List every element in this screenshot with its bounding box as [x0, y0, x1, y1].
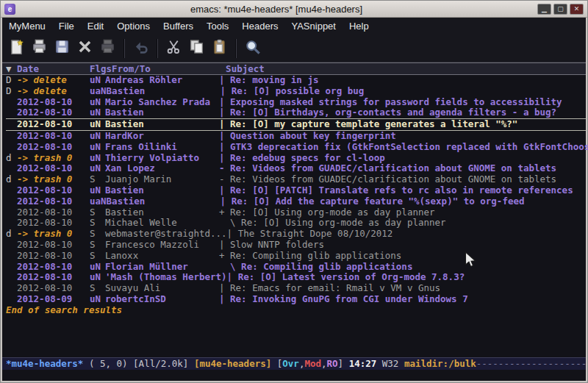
message-row[interactable]: 2012-08-10SLanoxx+ Re: Compiling glib ap… [6, 251, 586, 262]
modeline-mod: Mod [304, 358, 321, 369]
row-mark: d [6, 174, 17, 185]
emacs-window: e emacs: *mu4e-headers* [mu4e-headers] ▁… [0, 0, 588, 383]
message-row[interactable]: 2012-08-10uNBastien| Re: [O] [PATCH] Tra… [6, 185, 586, 196]
row-date: 2012-08-10 [17, 97, 90, 108]
message-row[interactable]: 2012-08-10SSuvayu Ali| Re: Emacs for ema… [6, 283, 586, 294]
message-row[interactable]: 2012-08-10SMichael Welle \ Re: [O] Using… [6, 218, 586, 229]
headers-list: D-> deleteuNAndreas Röhler| Re: moving i… [2, 75, 586, 305]
message-row[interactable]: D-> deleteuNAndreas Röhler| Re: moving i… [6, 75, 586, 86]
message-row[interactable]: 2012-08-10uN'Mash (Thomas Herbert)| Re: … [6, 272, 586, 283]
maximize-button[interactable]: ▢ [553, 4, 567, 15]
row-subject: Re: [O] Using org-mode as day planner [230, 207, 434, 218]
buffer-empty-space [2, 316, 586, 357]
minimize-button[interactable]: ▁ [537, 4, 551, 15]
row-date: 2012-08-10 [17, 142, 90, 153]
row-from: webmaster@straightd... [105, 229, 227, 240]
row-thread: | [219, 75, 230, 86]
row-thread: - [219, 174, 230, 185]
row-thread: | [219, 131, 230, 142]
message-row[interactable]: 2012-08-10uNFrans Oilinki| GTK3 deprecat… [6, 142, 586, 153]
open-file-button[interactable] [28, 37, 51, 60]
row-date: 2012-08-10 [17, 163, 90, 174]
row-subject: GTK3 deprecation fix (GtkFontSelection r… [230, 142, 588, 153]
message-row[interactable]: d-> trash 0SJuanjo Marin- Re: Videos fro… [6, 174, 586, 185]
menu-item-buffers[interactable]: Buffers [157, 18, 200, 34]
row-thread: | [220, 86, 232, 97]
message-row[interactable]: 2012-08-10SFrancesco Mazzoli| Slow NNTP … [6, 240, 586, 251]
row-mark: d [6, 229, 17, 240]
modeline-ovr: Ovr [282, 358, 299, 369]
row-subject: Re: Compiling glib applications [230, 251, 401, 262]
row-subject: Re: Compiling glib applications [241, 262, 412, 273]
row-from: Bastien [107, 86, 220, 97]
title-bar[interactable]: e emacs: *mu4e-headers* [mu4e-headers] ▁… [1, 1, 587, 18]
copy-icon [189, 39, 204, 57]
row-flags: S [90, 174, 105, 185]
menu-item-mymenu[interactable]: MyMenu [2, 18, 52, 34]
modeline-ro: RO [327, 358, 338, 369]
frame: MyMenuFileEditOptionsBuffersToolsHeaders… [1, 18, 587, 382]
row-from: Frans Oilinki [105, 142, 219, 153]
paste-icon [212, 39, 227, 57]
header-col-date[interactable]: Date [17, 63, 90, 74]
message-row[interactable]: 2012-08-10uNHardKor| Question about key … [6, 131, 586, 142]
print-icon [100, 39, 115, 57]
sort-direction-icon[interactable]: ▼ [6, 63, 17, 74]
echo-area [2, 370, 586, 381]
message-row[interactable]: D-> deleteuaNBastien| Re: [O] possible o… [6, 86, 586, 97]
row-flags: S [90, 283, 105, 294]
row-subject: Re: [O] Latest version of Org-mode 7.8.3… [238, 272, 465, 283]
row-thread: | [219, 97, 230, 108]
row-date: -> delete [17, 75, 90, 86]
message-row[interactable]: d-> trash 0Swebmaster@straightd...| The … [6, 229, 586, 240]
row-date: 2012-08-10 [17, 283, 90, 294]
row-flags: uN [90, 107, 105, 118]
menu-item-tools[interactable]: Tools [200, 18, 235, 34]
row-from: robertcInSD [105, 294, 219, 305]
cut-button[interactable] [162, 37, 185, 60]
message-row[interactable]: 2012-08-10uaNBastien| Re: [O] Add the ca… [6, 196, 586, 207]
row-thread: | [227, 272, 238, 283]
undo-button[interactable] [129, 37, 152, 60]
row-from: Xan Lopez [105, 163, 219, 174]
message-row[interactable]: 2012-08-09uNrobertcInSD| Re: Invoking Gn… [6, 294, 586, 305]
row-flags: uN [90, 131, 105, 142]
close-button[interactable]: ✕ [570, 4, 584, 15]
new-file-button[interactable] [5, 37, 28, 60]
message-row[interactable]: 2012-08-10uNBastien| Re: [O] Birthdays, … [6, 107, 586, 118]
menu-item-help[interactable]: Help [343, 18, 376, 34]
mode-line[interactable]: *mu4e-headers* ( 5, 0) [All/2.0k] [mu4e-… [2, 357, 586, 370]
row-thread: + [219, 207, 230, 218]
message-row[interactable]: 2012-08-10uNBastien| Re: [O] my capture … [6, 118, 586, 131]
row-thread: | [219, 283, 230, 294]
emacs-app-icon: e [4, 4, 15, 15]
menu-item-options[interactable]: Options [110, 18, 157, 34]
header-col-flags[interactable]: Flgs [90, 63, 112, 74]
message-row[interactable]: 2012-08-10uNMario Sanchez Prada| Exposin… [6, 97, 586, 108]
toolbar-separator [235, 39, 237, 58]
print-button[interactable] [96, 37, 119, 60]
row-flags: uN [90, 272, 105, 283]
close-buffer-button[interactable] [74, 37, 96, 60]
search-button[interactable] [241, 37, 264, 60]
menu-item-edit[interactable]: Edit [81, 18, 110, 34]
row-subject: Re: Invoking GnuPG from CGI under Window… [230, 294, 468, 305]
new-file-icon [9, 39, 24, 57]
message-row[interactable]: 2012-08-10SBastien+ Re: [O] Using org-mo… [6, 207, 586, 218]
copy-button[interactable] [185, 37, 208, 60]
message-row[interactable]: 2012-08-10uNFlorian Müllner \ Re: Compil… [6, 262, 586, 273]
message-row[interactable]: 2012-08-10uNXan Lopez- Re: Videos from G… [6, 163, 586, 174]
row-from: 'Mash (Thomas Herbert) [105, 272, 227, 283]
header-col-from[interactable]: From/To [112, 63, 226, 74]
menu-item-yasnippet[interactable]: YASnippet [284, 18, 342, 34]
header-col-subject[interactable]: Subject [226, 63, 265, 74]
message-row[interactable]: d-> trash 0uNThierry Volpiatto| Re: edeb… [6, 153, 586, 164]
save-button[interactable] [51, 37, 74, 60]
row-subject: Exposing masked strings for password fie… [230, 97, 562, 108]
menu-item-file[interactable]: File [52, 18, 81, 34]
row-from: Michael Welle [105, 218, 219, 229]
open-file-icon [32, 39, 47, 57]
paste-button[interactable] [208, 37, 231, 60]
row-flags: S [90, 251, 105, 262]
menu-item-headers[interactable]: Headers [235, 18, 284, 34]
